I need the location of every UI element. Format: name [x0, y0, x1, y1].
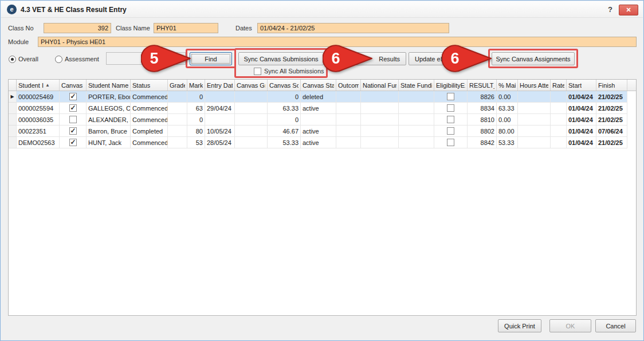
column-header-status[interactable]: Status [131, 80, 168, 91]
cell-state_funding[interactable] [399, 114, 434, 126]
eligibility_ex-checkbox[interactable] [447, 139, 454, 146]
cell-canvas_score[interactable]: 46.67 [268, 126, 301, 137]
column-header-canvas_enrolled[interactable]: Canvas E [60, 80, 87, 91]
column-header-eligibility_ex[interactable]: EligibilityEx [434, 80, 468, 91]
cell-status[interactable]: Commenced [131, 103, 168, 114]
cell-canvas_status[interactable]: deleted [301, 91, 336, 103]
cell-result_id[interactable]: 8802 [468, 126, 497, 137]
cell-entry_date[interactable]: 10/05/24 [205, 126, 235, 137]
cell-start[interactable]: 01/04/24 [567, 114, 596, 126]
class-no-field[interactable]: 392 [44, 23, 111, 33]
cell-canvas_enrolled[interactable] [60, 103, 87, 114]
title-bar[interactable]: e 4.3 VET & HE Class Result Entry ? ✕ [1, 1, 643, 18]
cell-grade[interactable] [168, 126, 187, 137]
cell-state_funding[interactable] [399, 137, 434, 148]
cell-student_id[interactable]: DEMO02563 [17, 137, 60, 148]
column-header-canvas_grade[interactable]: Canvas Gra [235, 80, 268, 91]
column-header-canvas_status[interactable]: Canvas Stat [301, 80, 336, 91]
cell-eligibility_ex[interactable] [434, 114, 468, 126]
cell-status[interactable]: Commenced [131, 114, 168, 126]
cell-mark[interactable]: 63 [187, 103, 205, 114]
cell-rate[interactable] [551, 91, 567, 103]
cell-student_name[interactable]: ALEXANDER, J [87, 114, 131, 126]
cell-result_id[interactable]: 8842 [468, 137, 497, 148]
cell-pct_mark[interactable]: 80.00 [497, 126, 518, 137]
cell-grade[interactable] [168, 114, 187, 126]
column-header-result_id[interactable]: RESULT_ [468, 80, 497, 91]
cell-state_funding[interactable] [399, 103, 434, 114]
grid-corner-cell[interactable] [9, 80, 17, 91]
cell-canvas_enrolled[interactable] [60, 137, 87, 148]
cell-start[interactable]: 01/04/24 [567, 91, 596, 103]
cell-national_funding[interactable] [361, 91, 399, 103]
quick-print-button[interactable]: Quick Print [498, 319, 541, 332]
cell-eligibility_ex[interactable] [434, 103, 468, 114]
column-header-mark[interactable]: Mark [187, 80, 205, 91]
column-header-pct_mark[interactable]: % Mai [497, 80, 518, 91]
cell-canvas_status[interactable]: active [301, 126, 336, 137]
column-header-national_funding[interactable]: National Fundi [361, 80, 399, 91]
cell-status[interactable]: Completed [131, 126, 168, 137]
row-selector-cell[interactable]: ▶ [9, 91, 17, 103]
cell-outcome[interactable] [336, 114, 361, 126]
cell-national_funding[interactable] [361, 137, 399, 148]
cell-canvas_status[interactable]: active [301, 137, 336, 148]
column-header-student_name[interactable]: Student Name [87, 80, 131, 91]
cell-state_funding[interactable] [399, 91, 434, 103]
cell-canvas_grade[interactable] [235, 91, 268, 103]
results-grid[interactable]: Student I▲Canvas EStudent NameStatusGrad… [8, 79, 637, 316]
column-header-student_id[interactable]: Student I▲ [17, 80, 60, 91]
cell-student_name[interactable]: HUNT, Jack [87, 137, 131, 148]
cell-status[interactable]: Commenced [131, 137, 168, 148]
cell-national_funding[interactable] [361, 103, 399, 114]
column-header-canvas_score[interactable]: Canvas Sco [268, 80, 301, 91]
cell-eligibility_ex[interactable] [434, 126, 468, 137]
cell-start[interactable]: 01/04/24 [567, 126, 596, 137]
eligibility_ex-checkbox[interactable] [447, 104, 454, 112]
cell-status[interactable]: Commenced [131, 91, 168, 103]
cell-hours_attended[interactable] [518, 91, 551, 103]
dates-field[interactable]: 01/04/24 - 21/02/25 [257, 23, 449, 33]
eligibility_ex-checkbox[interactable] [447, 127, 454, 135]
sync-canvas-submissions-button[interactable]: Sync Canvas Submissions [238, 52, 324, 65]
cell-finish[interactable]: 21/02/25 [596, 114, 627, 126]
cancel-button[interactable]: Cancel [595, 319, 636, 332]
cell-national_funding[interactable] [361, 114, 399, 126]
sync-all-submissions-checkbox[interactable] [254, 68, 261, 75]
cell-canvas_score[interactable]: 0 [268, 114, 301, 126]
cell-canvas_score[interactable]: 63.33 [268, 103, 301, 114]
ok-button[interactable]: OK [549, 319, 591, 332]
cell-student_id[interactable]: 0000036035 [17, 114, 60, 126]
cell-canvas_grade[interactable] [235, 114, 268, 126]
cell-canvas_status[interactable] [301, 114, 336, 126]
eligibility_ex-checkbox[interactable] [447, 116, 454, 123]
cell-canvas_grade[interactable] [235, 126, 268, 137]
row-selector-cell[interactable] [9, 137, 17, 148]
cell-start[interactable]: 01/04/24 [567, 103, 596, 114]
cell-canvas_enrolled[interactable] [60, 114, 87, 126]
cell-outcome[interactable] [336, 126, 361, 137]
class-name-field[interactable]: PHY01 [154, 23, 218, 33]
cell-student_id[interactable]: 0000025469 [17, 91, 60, 103]
cell-result_id[interactable]: 8810 [468, 114, 497, 126]
cell-hours_attended[interactable] [518, 126, 551, 137]
find-button[interactable]: Find [190, 52, 232, 65]
cell-rate[interactable] [551, 126, 567, 137]
cell-outcome[interactable] [336, 91, 361, 103]
column-header-finish[interactable]: Finish [596, 80, 627, 91]
cell-mark[interactable]: 80 [187, 126, 205, 137]
cell-eligibility_ex[interactable] [434, 137, 468, 148]
column-header-state_funding[interactable]: State Fundir [399, 80, 434, 91]
cell-national_funding[interactable] [361, 126, 399, 137]
cell-pct_mark[interactable]: 0.00 [497, 91, 518, 103]
cell-grade[interactable] [168, 137, 187, 148]
cell-result_id[interactable]: 8834 [468, 103, 497, 114]
row-selector-cell[interactable] [9, 114, 17, 126]
cell-grade[interactable] [168, 91, 187, 103]
grid-row[interactable]: 0000025594GALLEGOS, CaCommenced6329/04/2… [9, 103, 636, 114]
grid-row[interactable]: 0000036035ALEXANDER, JCommenced0088100.0… [9, 114, 636, 126]
cell-hours_attended[interactable] [518, 103, 551, 114]
cell-entry_date[interactable]: 29/04/24 [205, 103, 235, 114]
cell-entry_date[interactable] [205, 114, 235, 126]
cell-state_funding[interactable] [399, 126, 434, 137]
